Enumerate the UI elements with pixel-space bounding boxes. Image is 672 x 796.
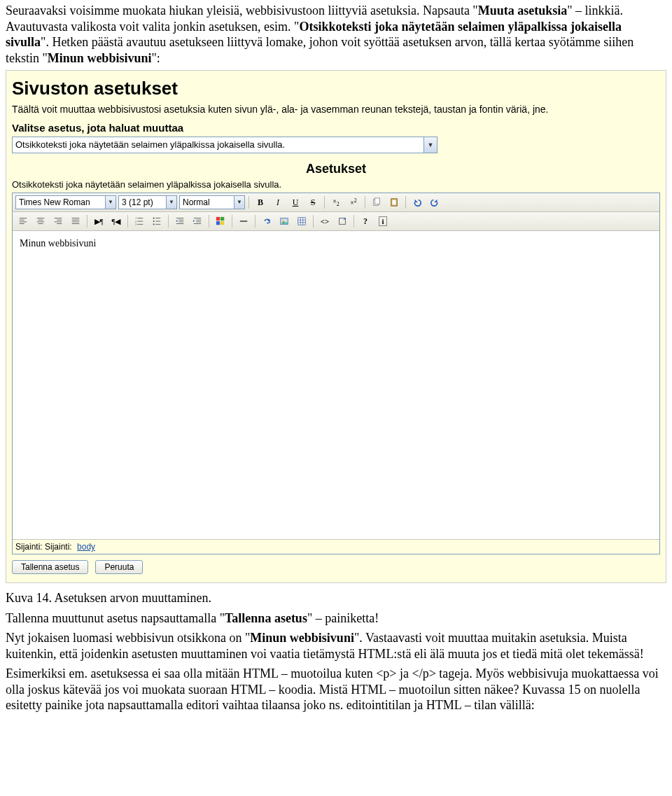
svg-text:3: 3 — [135, 223, 137, 226]
font-style-select[interactable]: Normal▼ — [179, 195, 245, 209]
copy-icon — [372, 197, 382, 207]
hr-button[interactable] — [236, 214, 251, 229]
link-button[interactable] — [259, 214, 274, 229]
font-size-select[interactable]: 3 (12 pt)▼ — [118, 195, 177, 209]
unordered-list-button[interactable] — [149, 214, 164, 229]
result-paragraph: Nyt jokaisen luomasi webbisivun otsikkon… — [6, 630, 666, 662]
save-instruction: Tallenna muuttunut asetus napsauttamalla… — [6, 610, 666, 627]
table-icon — [297, 216, 307, 226]
underline-button[interactable]: U — [288, 195, 303, 210]
setting-select[interactable]: Otsikkoteksti joka näytetään selaimen yl… — [12, 137, 438, 153]
help-button[interactable]: ? — [358, 214, 373, 229]
superscript-button[interactable]: ×2 — [346, 195, 361, 210]
fullscreen-icon — [337, 216, 347, 226]
font-family-select[interactable]: Times New Roman▼ — [15, 195, 116, 209]
chevron-down-icon: ▼ — [166, 196, 176, 209]
intro-paragraph: Seuraavaksi voisimme muokata hiukan ylei… — [6, 3, 666, 66]
hr-icon — [239, 216, 248, 226]
html-source-button[interactable]: <> — [317, 214, 332, 229]
svg-rect-41 — [220, 217, 224, 221]
align-left-button[interactable] — [15, 214, 31, 229]
svg-rect-3 — [392, 200, 396, 205]
align-center-button[interactable] — [33, 214, 48, 229]
svg-rect-42 — [216, 221, 220, 225]
undo-button[interactable] — [410, 195, 425, 210]
subscript-button[interactable]: ×2 — [328, 195, 344, 210]
align-justify-icon — [71, 216, 80, 226]
indent-icon — [192, 216, 202, 226]
paste-icon — [389, 197, 399, 207]
svg-rect-1 — [374, 198, 379, 204]
fullscreen-button[interactable] — [335, 214, 350, 229]
italic-button[interactable]: I — [270, 195, 286, 210]
field-label: Otsikkoteksti joka näytetään selaimen yl… — [12, 179, 660, 190]
svg-point-26 — [153, 218, 155, 219]
figure-caption: Kuva 14. Asetuksen arvon muuttaminen. — [6, 590, 666, 606]
unordered-list-icon — [152, 216, 162, 226]
svg-point-30 — [153, 223, 155, 225]
save-setting-button[interactable]: Tallenna asetus — [12, 560, 88, 574]
align-right-icon — [53, 216, 63, 226]
image-button[interactable] — [276, 214, 292, 229]
rich-text-editor: Times New Roman▼ 3 (12 pt)▼ Normal▼ B I … — [12, 193, 660, 554]
redo-button[interactable] — [427, 195, 442, 210]
outdent-icon — [175, 216, 185, 226]
image-icon — [279, 216, 289, 226]
chevron-down-icon: ▼ — [234, 196, 244, 209]
asetukset-heading: Asetukset — [12, 162, 660, 176]
ordered-list-button[interactable]: 123 — [132, 214, 147, 229]
copy-button[interactable] — [369, 195, 384, 210]
paste-button[interactable] — [386, 195, 402, 210]
text-color-icon — [216, 216, 225, 226]
link-icon — [262, 216, 272, 226]
bold-button[interactable]: B — [253, 195, 268, 210]
svg-point-46 — [282, 220, 284, 222]
align-left-icon — [18, 216, 28, 226]
editor-toolbar-2: ▶¶ ¶◀ 123 <> ? i — [13, 212, 659, 231]
table-button[interactable] — [294, 214, 309, 229]
chevron-down-icon: ▼ — [105, 196, 115, 209]
ordered-list-icon: 123 — [134, 216, 144, 226]
form-buttons: Tallenna asetus Peruuta — [12, 560, 660, 574]
strikethrough-button[interactable]: S — [305, 195, 321, 210]
settings-screenshot: Sivuston asetukset Täältä voit muuttaa w… — [6, 70, 666, 583]
align-justify-button[interactable] — [68, 214, 83, 229]
path-body-link[interactable]: body — [77, 542, 95, 552]
svg-rect-47 — [298, 218, 306, 225]
text-color-button[interactable] — [213, 214, 228, 229]
html-note-paragraph: Esimerkiksi em. asetuksessa ei saa olla … — [6, 666, 666, 713]
chevron-down-icon: ▼ — [424, 137, 437, 153]
settings-subtitle: Täältä voit muuttaa webbisivustosi asetu… — [12, 104, 660, 115]
svg-rect-40 — [216, 217, 220, 221]
indent-button[interactable] — [190, 214, 205, 229]
undo-icon — [412, 197, 422, 207]
cancel-button[interactable]: Peruuta — [95, 560, 143, 574]
ltr-button[interactable]: ▶¶ — [91, 214, 106, 229]
element-path-bar: Sijainti: Sijainti: body — [13, 539, 659, 554]
redo-icon — [430, 197, 440, 207]
align-center-icon — [36, 216, 46, 226]
svg-rect-43 — [220, 221, 224, 225]
editor-content-area[interactable]: Minun webbisivuni — [13, 231, 659, 539]
editor-toolbar-1: Times New Roman▼ 3 (12 pt)▼ Normal▼ B I … — [13, 193, 659, 212]
choose-setting-label: Valitse asetus, jota haluat muuttaa — [12, 122, 660, 134]
rtl-button[interactable]: ¶◀ — [108, 214, 124, 229]
settings-title: Sivuston asetukset — [12, 78, 660, 99]
outdent-button[interactable] — [172, 214, 188, 229]
svg-point-28 — [153, 221, 155, 222]
info-button[interactable]: i — [375, 214, 391, 229]
align-right-button[interactable] — [50, 214, 66, 229]
